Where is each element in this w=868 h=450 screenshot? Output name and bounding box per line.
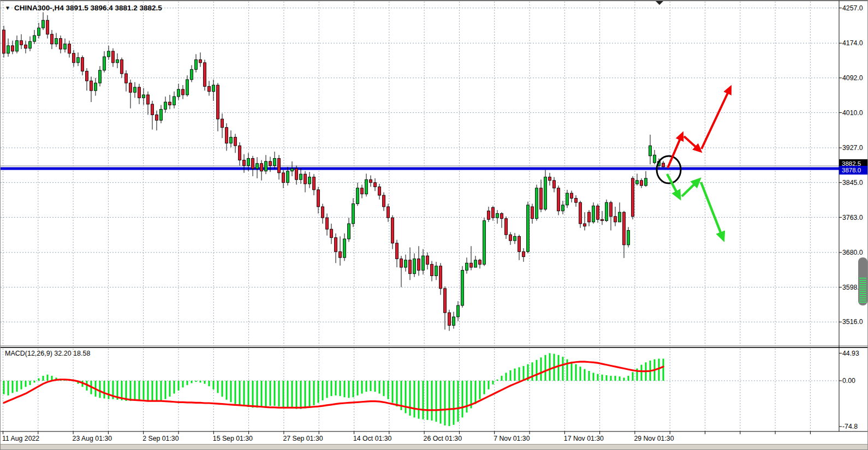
- macd-histogram-bar: [610, 376, 612, 381]
- candle-body: [592, 206, 595, 222]
- price-tick-label[interactable]: 4010.0: [842, 109, 863, 117]
- candle-body: [653, 155, 656, 163]
- candle-body: [274, 158, 276, 165]
- time-tick-label[interactable]: 27 Sep 01:30: [283, 435, 323, 442]
- macd-histogram-bar: [619, 376, 621, 381]
- macd-histogram-bar: [226, 381, 228, 400]
- horizontal-line-layer[interactable]: [1, 166, 839, 170]
- candle-body: [540, 188, 543, 209]
- time-tick-label[interactable]: 14 Oct 01:30: [353, 435, 392, 442]
- chart-canvas[interactable]: 4257.04174.04092.04010.03927.03845.03763…: [1, 1, 868, 443]
- candle-body: [483, 221, 486, 265]
- red-up-zigzag-arrow[interactable]: [684, 136, 700, 151]
- price-tick-label[interactable]: 3680.0: [842, 249, 863, 256]
- macd-histogram-bar: [501, 376, 503, 381]
- price-tick-label[interactable]: 3516.0: [842, 318, 863, 326]
- candle-body: [38, 28, 40, 35]
- macd-histogram-bar: [300, 381, 302, 409]
- candle-body: [422, 256, 425, 270]
- time-tick-label[interactable]: 2 Sep 01:30: [142, 435, 179, 442]
- time-tick-label[interactable]: 23 Aug 01:30: [73, 435, 112, 442]
- candle-body: [68, 44, 71, 53]
- macd-histogram-bar: [353, 381, 354, 397]
- macd-histogram-bar: [239, 381, 241, 405]
- macd-histogram-bar: [436, 381, 437, 422]
- green-down-zigzag-arrow[interactable]: [701, 182, 723, 239]
- macd-histogram-bar: [475, 381, 477, 404]
- symbol-dropdown-triangle-icon[interactable]: ▼: [5, 5, 10, 11]
- candle-body: [29, 41, 32, 48]
- candle-body: [169, 102, 171, 105]
- candle-body: [204, 63, 206, 87]
- time-tick-label[interactable]: 15 Sep 01:30: [213, 435, 253, 442]
- macd-histogram-bar: [47, 375, 49, 381]
- axis-labels-layer[interactable]: 4257.04174.04092.04010.03927.03845.03763…: [2, 4, 863, 442]
- macd-histogram-bar: [43, 376, 44, 381]
- candle-body: [252, 158, 254, 169]
- support-horizontal-line[interactable]: [1, 167, 839, 170]
- green-down-zigzag-arrow[interactable]: [682, 179, 699, 196]
- candle-body: [566, 193, 569, 205]
- price-tick-label[interactable]: 3845.0: [842, 179, 863, 187]
- candle-body: [304, 174, 307, 184]
- macd-histogram-bar: [278, 381, 280, 406]
- candle-body: [640, 181, 643, 185]
- price-tick-label[interactable]: 4174.0: [842, 39, 863, 47]
- price-tick-label[interactable]: 3763.0: [842, 214, 863, 221]
- macd-histogram-bar: [392, 381, 394, 403]
- macd-histogram-bar: [361, 381, 363, 394]
- candle-body: [400, 259, 403, 268]
- price-tick-label[interactable]: 4257.0: [842, 4, 863, 12]
- candle-body: [352, 204, 355, 224]
- macd-histogram-bar: [204, 381, 206, 384]
- macd-tick-label[interactable]: 44.93: [842, 350, 859, 357]
- time-tick-label[interactable]: 11 Aug 2022: [2, 435, 39, 442]
- candle-body: [55, 39, 58, 44]
- macd-histogram-bar: [497, 380, 498, 381]
- macd-histogram-bar: [427, 381, 429, 420]
- macd-histogram-bar: [126, 381, 127, 401]
- candle-body: [199, 59, 202, 62]
- macd-histogram-bar: [414, 381, 415, 417]
- time-tick-label[interactable]: 29 Nov 01:30: [634, 435, 674, 442]
- macd-histogram-bar: [3, 381, 5, 394]
- macd-signal-line: [4, 362, 663, 410]
- macd-histogram-bar: [174, 381, 175, 394]
- macd-histogram-bar: [160, 381, 162, 401]
- candle-body: [501, 213, 503, 218]
- red-up-zigzag-arrow[interactable]: [701, 87, 730, 149]
- macd-histogram-bar: [191, 381, 193, 383]
- macd-histogram-bar: [200, 381, 201, 382]
- time-tick-label[interactable]: 26 Oct 01:30: [424, 435, 462, 442]
- price-tick-label[interactable]: 4092.0: [842, 74, 863, 82]
- candle-body: [623, 212, 626, 245]
- candle-body: [492, 208, 495, 218]
- macd-histogram-bar: [449, 381, 450, 426]
- macd-tick-label[interactable]: 0.00: [842, 377, 855, 385]
- overlay-scrollbar-thumb[interactable]: [858, 257, 867, 305]
- candle-body: [514, 236, 516, 241]
- candle-body: [326, 218, 329, 229]
- macd-histogram-bar: [466, 381, 468, 412]
- candle-body: [544, 177, 547, 209]
- macd-tick-label[interactable]: -74.8: [842, 423, 858, 430]
- macd-histogram-bar: [409, 381, 411, 416]
- candle-body: [531, 207, 534, 219]
- time-tick-label[interactable]: 7 Nov 01:30: [494, 435, 530, 442]
- macd-histogram-bar: [178, 381, 180, 391]
- candle-body: [343, 239, 346, 257]
- candle-body: [16, 40, 19, 51]
- candle-body: [73, 53, 75, 63]
- macd-histogram-bar: [38, 379, 40, 381]
- candle-body: [439, 266, 442, 289]
- candle-body: [518, 236, 521, 251]
- macd-histogram-bar: [156, 381, 158, 401]
- macd-histogram-bar: [34, 381, 35, 382]
- price-tick-label[interactable]: 3927.0: [842, 144, 863, 152]
- time-tick-label[interactable]: 17 Nov 01:30: [564, 435, 604, 442]
- macd-histogram-bar: [187, 381, 188, 385]
- candle-body: [457, 305, 460, 317]
- candle-body: [138, 87, 141, 98]
- candle-body: [225, 128, 228, 143]
- drawing-annotations-layer[interactable]: [657, 87, 730, 239]
